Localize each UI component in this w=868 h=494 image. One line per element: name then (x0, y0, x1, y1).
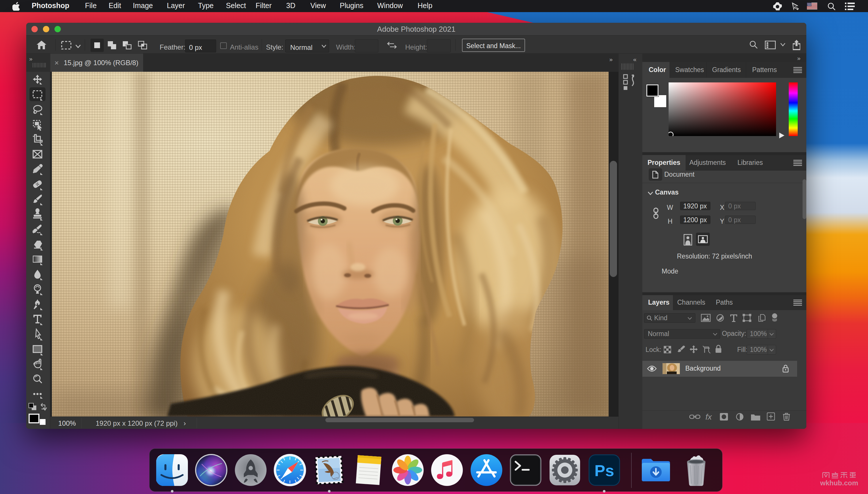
svg-text:Ps: Ps (595, 461, 614, 480)
